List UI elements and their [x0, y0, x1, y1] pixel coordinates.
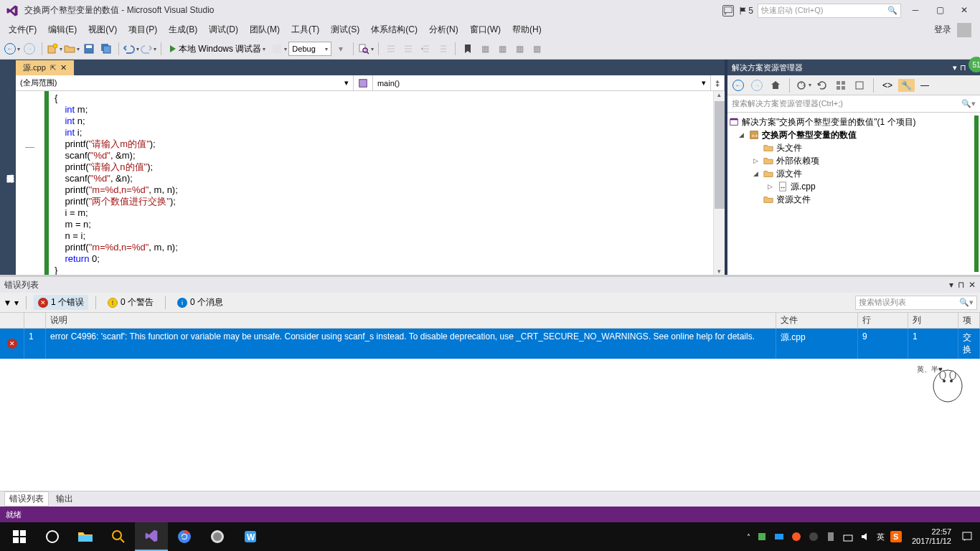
- col-file[interactable]: 文件: [776, 313, 858, 328]
- pin-panel-icon[interactable]: ⊓: [960, 63, 966, 72]
- tb-misc-4[interactable]: ▦: [529, 41, 545, 57]
- error-list-tab[interactable]: 错误列表: [4, 491, 49, 507]
- outdent-button[interactable]: [435, 41, 451, 57]
- refresh-icon[interactable]: [814, 77, 830, 93]
- maximize-button[interactable]: ▢: [930, 4, 950, 18]
- feedback-icon[interactable]: [722, 5, 734, 17]
- menu-item[interactable]: 文件(F): [3, 22, 42, 38]
- resource-folder[interactable]: ▷ 资源文件: [729, 193, 974, 206]
- file-tab[interactable]: 源.cpp ⇱ ✕: [16, 60, 74, 75]
- redo-button[interactable]: ▾: [141, 41, 156, 57]
- user-avatar-icon[interactable]: [957, 23, 971, 37]
- menu-item[interactable]: 帮助(H): [507, 22, 547, 38]
- action-center-icon[interactable]: [961, 531, 973, 542]
- code-view-icon[interactable]: <>: [880, 77, 895, 93]
- nav-back-button[interactable]: ←▾: [4, 41, 20, 57]
- tray-icon-1[interactable]: [756, 531, 768, 542]
- code-text[interactable]: { int m; int n; int i; printf("请输入m的值");…: [49, 91, 713, 275]
- collapse-icon[interactable]: [833, 77, 849, 93]
- col-desc[interactable]: 说明: [46, 313, 776, 328]
- menu-item[interactable]: 工具(T): [286, 22, 325, 38]
- errors-filter[interactable]: ✕ 1 个错误: [34, 295, 88, 310]
- start-debugging-button[interactable]: 本地 Windows 调试器 ▾: [166, 41, 270, 57]
- error-row[interactable]: ✕ 1 error C4996: 'scanf': This function …: [0, 329, 980, 359]
- menu-item[interactable]: 体系结构(C): [365, 22, 423, 38]
- solution-platform-dropdown[interactable]: ▾: [333, 41, 349, 57]
- open-file-button[interactable]: ▾: [64, 41, 80, 57]
- menu-item[interactable]: 项目(P): [123, 22, 163, 38]
- nav-forward-button[interactable]: →: [22, 41, 37, 57]
- solution-search-input[interactable]: 搜索解决方案资源管理器(Ctrl+;) 🔍▾: [727, 95, 980, 113]
- member-icon-dropdown[interactable]: [354, 75, 373, 90]
- sign-in-link[interactable]: 登录: [934, 24, 951, 36]
- quick-launch-input[interactable]: 快速启动 (Ctrl+Q) 🔍: [758, 4, 901, 18]
- ime-indicator[interactable]: 英: [877, 532, 885, 542]
- bookmark-button[interactable]: [460, 41, 476, 57]
- scope-dropdown[interactable]: (全局范围)▾: [16, 75, 354, 90]
- cortana-button[interactable]: [36, 522, 69, 551]
- clock[interactable]: 22:57 2017/11/12: [908, 527, 956, 546]
- home-icon[interactable]: [768, 77, 783, 93]
- app-button-2[interactable]: W: [234, 522, 267, 551]
- notifications-flag[interactable]: 5: [738, 6, 753, 16]
- filter-dropdown[interactable]: ▼ ▾: [3, 295, 19, 311]
- network-icon[interactable]: [842, 531, 854, 542]
- menu-item[interactable]: 团队(M): [244, 22, 286, 38]
- source-file-node[interactable]: ▷ ++ 源.cpp: [729, 180, 974, 193]
- app-button-1[interactable]: [201, 522, 234, 551]
- expand-icon[interactable]: ▷: [753, 157, 760, 164]
- scroll-thumb[interactable]: [715, 101, 725, 209]
- more-icon[interactable]: —: [917, 77, 933, 93]
- col-proj[interactable]: 项: [958, 313, 980, 328]
- col-col[interactable]: 列: [908, 313, 958, 328]
- panel-menu-icon[interactable]: ▾: [953, 63, 957, 72]
- solution-root-node[interactable]: 解决方案"交换两个整型变量的数值"(1 个项目): [729, 116, 974, 128]
- output-tab[interactable]: 输出: [56, 493, 73, 505]
- messages-filter[interactable]: i 0 个消息: [173, 295, 227, 310]
- headers-folder[interactable]: ▷ 头文件: [729, 141, 974, 154]
- warnings-filter[interactable]: ! 0 个警告: [103, 295, 158, 310]
- menu-item[interactable]: 生成(B): [163, 22, 203, 38]
- comment-button[interactable]: [383, 41, 399, 57]
- menu-item[interactable]: 编辑(E): [42, 22, 83, 38]
- menu-item[interactable]: 分析(N): [423, 22, 464, 38]
- chrome-button[interactable]: [168, 522, 201, 551]
- expand-icon[interactable]: ◢: [739, 131, 746, 138]
- forward-icon[interactable]: →: [749, 77, 765, 93]
- code-editor[interactable]: — { int m; int n; int i; printf("请输入m的值"…: [16, 91, 725, 275]
- menu-item[interactable]: 视图(V): [83, 22, 123, 38]
- tb-misc-3[interactable]: ▦: [512, 41, 527, 57]
- file-explorer-button[interactable]: [69, 522, 102, 551]
- save-button[interactable]: [81, 41, 97, 57]
- properties-icon[interactable]: 🔧: [898, 77, 914, 93]
- search-button[interactable]: [102, 522, 135, 551]
- tray-icon-3[interactable]: [791, 531, 802, 542]
- external-deps-folder[interactable]: ▷ 外部依赖项: [729, 154, 974, 167]
- solution-config-dropdown[interactable]: Debug ▾: [288, 42, 331, 56]
- member-dropdown[interactable]: main()▾: [373, 75, 711, 90]
- tb-misc-1[interactable]: ▦: [477, 41, 493, 57]
- error-search-input[interactable]: 搜索错误列表 🔍▾: [855, 296, 977, 310]
- undo-button[interactable]: ▾: [123, 41, 139, 57]
- sogou-icon[interactable]: S: [890, 531, 902, 542]
- close-button[interactable]: ✕: [954, 4, 974, 18]
- menu-item[interactable]: 窗口(W): [464, 22, 507, 38]
- tb-misc-2[interactable]: ▦: [494, 41, 510, 57]
- split-button[interactable]: ‡: [711, 75, 725, 90]
- minimize-button[interactable]: ─: [905, 4, 925, 18]
- expand-icon[interactable]: ◢: [753, 170, 760, 177]
- debug-target-dropdown[interactable]: ▾: [271, 41, 287, 57]
- start-button[interactable]: [3, 522, 36, 551]
- back-icon[interactable]: ←: [730, 77, 746, 93]
- col-num[interactable]: [24, 313, 46, 328]
- tray-icon-5[interactable]: [825, 531, 837, 542]
- volume-icon[interactable]: [859, 531, 871, 542]
- visual-studio-button[interactable]: [135, 522, 168, 551]
- pin-icon[interactable]: ⊓: [958, 280, 964, 290]
- menu-item[interactable]: 调试(D): [203, 22, 244, 38]
- new-project-button[interactable]: ▾: [47, 41, 62, 57]
- save-all-button[interactable]: [98, 41, 114, 57]
- expand-icon[interactable]: ▷: [768, 183, 775, 190]
- pin-icon[interactable]: ⇱: [50, 64, 56, 72]
- col-icon[interactable]: [0, 313, 24, 328]
